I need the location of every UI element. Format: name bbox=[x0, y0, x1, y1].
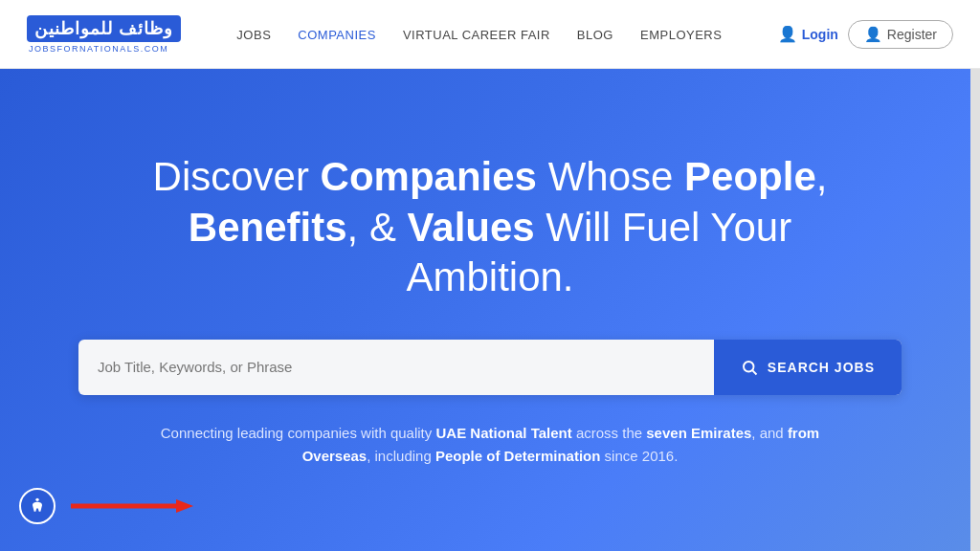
search-jobs-button[interactable]: SEARCH JOBS bbox=[714, 340, 902, 395]
search-icon bbox=[741, 359, 758, 376]
nav-item-blog[interactable]: BLOG bbox=[577, 26, 613, 43]
svg-point-0 bbox=[744, 362, 754, 372]
nav-link-companies[interactable]: COMPANIES bbox=[298, 28, 376, 42]
register-icon: 👤 bbox=[864, 26, 882, 43]
svg-marker-5 bbox=[176, 499, 193, 513]
red-arrow-icon bbox=[71, 497, 195, 515]
register-button[interactable]: 👤 Register bbox=[848, 20, 953, 49]
subtitle-people-of-determination: People of Determination bbox=[435, 448, 601, 464]
subtitle-text-1: Connecting leading companies with qualit… bbox=[161, 425, 436, 441]
hero-subtitle: Connecting leading companies with qualit… bbox=[161, 422, 819, 468]
search-button-label: SEARCH JOBS bbox=[768, 360, 875, 375]
arrow-indicator bbox=[71, 497, 195, 515]
accessibility-widget bbox=[19, 488, 195, 524]
hero-title-comma: , bbox=[816, 154, 828, 199]
search-bar: SEARCH JOBS bbox=[78, 340, 902, 395]
subtitle-text-5: since 2016. bbox=[600, 448, 678, 464]
nav-item-companies[interactable]: COMPANIES bbox=[298, 26, 376, 43]
accessibility-icon-svg bbox=[28, 496, 47, 516]
user-icon: 👤 bbox=[778, 25, 797, 43]
logo: وظائف للمواطنين JOBSFORNATIONALS.COM bbox=[27, 15, 181, 54]
subtitle-text-2: across the bbox=[572, 425, 647, 441]
register-label: Register bbox=[887, 27, 937, 42]
nav-link-blog[interactable]: BLOG bbox=[577, 28, 613, 42]
hero-title-values: Values bbox=[408, 205, 535, 250]
hero-title-companies: Companies bbox=[321, 154, 537, 199]
nav-item-jobs[interactable]: JOBS bbox=[236, 26, 271, 43]
svg-point-2 bbox=[35, 498, 38, 501]
hero-title-people: People bbox=[684, 154, 816, 199]
nav-links: JOBS COMPANIES VIRTUAL CAREER FAIR BLOG … bbox=[236, 26, 722, 43]
subtitle-text-4: , including bbox=[367, 448, 435, 464]
subtitle-seven-emirates: seven Emirates bbox=[646, 425, 751, 441]
scrollbar[interactable] bbox=[970, 0, 980, 551]
accessibility-button[interactable] bbox=[19, 488, 56, 524]
nav-link-employers[interactable]: EMPLOYERS bbox=[640, 28, 722, 42]
hero-title-and-values: , & bbox=[347, 205, 408, 250]
logo-english-text: JOBSFORNATIONALS.COM bbox=[27, 44, 168, 54]
navbar: وظائف للمواطنين JOBSFORNATIONALS.COM JOB… bbox=[0, 0, 980, 69]
hero-title: Discover Companies Whose People, Benefit… bbox=[107, 152, 873, 303]
subtitle-text-3: , and bbox=[751, 425, 788, 441]
nav-link-virtual-career-fair[interactable]: VIRTUAL CAREER FAIR bbox=[403, 28, 550, 42]
hero-title-benefits: Benefits bbox=[189, 205, 347, 250]
subtitle-uae-national-talent: UAE National Talent bbox=[435, 425, 571, 441]
nav-item-employers[interactable]: EMPLOYERS bbox=[640, 26, 722, 43]
search-input[interactable] bbox=[78, 340, 714, 395]
nav-item-virtual-career-fair[interactable]: VIRTUAL CAREER FAIR bbox=[403, 26, 550, 43]
login-button[interactable]: 👤 Login bbox=[778, 25, 838, 43]
nav-actions: 👤 Login 👤 Register bbox=[778, 20, 953, 49]
login-label: Login bbox=[802, 27, 838, 42]
hero-title-discover: Discover bbox=[153, 154, 321, 199]
logo-arabic-text: وظائف للمواطنين bbox=[27, 15, 181, 42]
svg-line-1 bbox=[752, 370, 756, 374]
nav-link-jobs[interactable]: JOBS bbox=[236, 28, 271, 42]
hero-section: Discover Companies Whose People, Benefit… bbox=[0, 69, 980, 551]
hero-title-whose: Whose bbox=[537, 154, 684, 199]
